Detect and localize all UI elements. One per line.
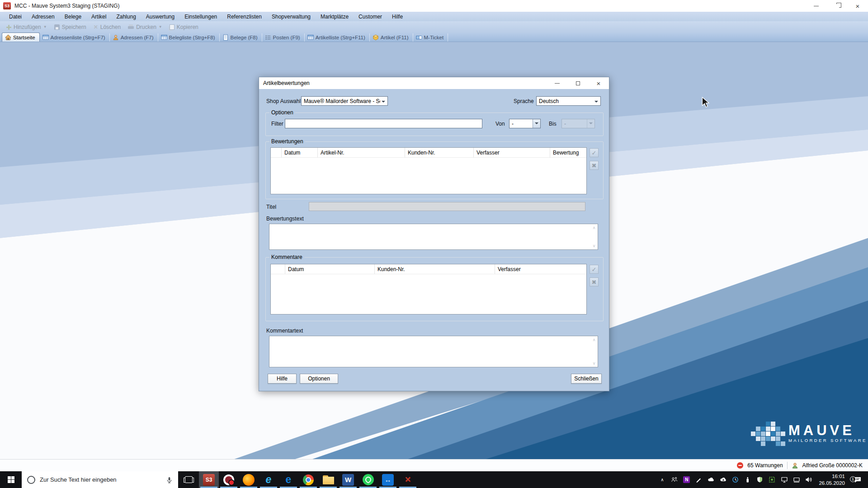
menu-item-artikel[interactable]: Artikel — [86, 14, 111, 20]
menu-item-shopverwaltung[interactable]: Shopverwaltung — [267, 14, 316, 20]
schliessen-button[interactable]: Schließen — [571, 374, 602, 384]
cloud-upload-icon[interactable] — [718, 476, 728, 483]
hilfe-button[interactable]: Hilfe — [268, 374, 297, 384]
menu-item-adressen[interactable]: Adressen — [27, 14, 60, 20]
taskbar-app-file-explorer[interactable] — [318, 471, 338, 488]
taskbar-search[interactable]: Zur Suche Text hier eingeben — [22, 471, 178, 488]
tab-posten[interactable]: Posten (F9) — [262, 33, 305, 42]
monitor-icon[interactable] — [779, 476, 789, 483]
tab-artikel[interactable]: Artikel (F11) — [370, 33, 413, 42]
bewertungstext-textarea[interactable] — [269, 224, 590, 249]
taskbar-app-firefox[interactable] — [239, 471, 259, 488]
tab-belege[interactable]: Belege (F8) — [220, 33, 262, 42]
column-header-datum[interactable]: Datum — [282, 148, 318, 158]
taskbar-app-word[interactable]: W — [338, 471, 358, 488]
usb-icon[interactable] — [742, 476, 753, 483]
approve-rating-button[interactable]: ✓ — [590, 148, 599, 157]
tab-adressen[interactable]: Adressen (F7) — [110, 33, 158, 42]
bis-dropdown[interactable]: - — [561, 119, 595, 128]
kommentare-group: Kommentare Datum Kunden-Nr. Verfasser ✓ … — [265, 257, 604, 321]
taskbar-app-mauve-s3[interactable]: S3 — [199, 471, 219, 488]
shop-auswahl-dropdown[interactable]: Mauve® Mailorder Software - Softwa — [301, 96, 388, 106]
dialog-maximize-button[interactable] — [567, 77, 588, 89]
logged-in-user[interactable]: Alfried Große 0000002-K — [802, 462, 863, 469]
save-button[interactable]: Speichern — [51, 22, 90, 32]
column-header-blank[interactable] — [271, 148, 282, 158]
remote-desktop-icon[interactable] — [791, 476, 802, 483]
optionen-button[interactable]: Optionen — [300, 374, 338, 384]
restore-button[interactable] — [826, 0, 847, 12]
menu-item-zahlung[interactable]: Zahlung — [111, 14, 141, 20]
sprache-dropdown[interactable]: Deutsch — [536, 96, 601, 106]
tab-m-ticket[interactable]: M-Ticket — [413, 33, 448, 42]
delete-comment-button[interactable]: ✖ — [590, 277, 599, 286]
clock-sync-icon[interactable] — [730, 476, 741, 483]
menu-item-belege[interactable]: Belege — [60, 14, 86, 20]
onenote-clipper-icon[interactable]: N — [681, 476, 692, 483]
taskbar-app-whatsapp[interactable] — [358, 471, 378, 488]
taskbar-app-media-player[interactable] — [219, 471, 239, 488]
column-header-verfasser[interactable]: Verfasser — [495, 264, 586, 274]
dialog-close-button[interactable]: × — [588, 77, 609, 89]
delete-button[interactable]: ✕ Löschen — [90, 22, 124, 32]
menu-item-auswertung[interactable]: Auswertung — [141, 14, 179, 20]
notification-center-button[interactable]: 1 — [850, 476, 865, 483]
approve-comment-button[interactable]: ✓ — [590, 265, 599, 274]
von-dropdown[interactable]: - — [509, 119, 541, 128]
column-header-datum[interactable]: Datum — [285, 264, 375, 274]
add-button[interactable]: Hinzufügen ▼ — [2, 22, 51, 32]
column-header-artikel-nr[interactable]: Artikel-Nr. — [318, 148, 405, 158]
kommentartext-textarea[interactable] — [269, 336, 590, 367]
menu-item-referenzlisten[interactable]: Referenzlisten — [222, 14, 267, 20]
scroll-up-icon[interactable]: ∧ — [593, 225, 596, 230]
people-icon[interactable] — [669, 476, 679, 483]
taskbar-app-chrome[interactable] — [298, 471, 318, 488]
taskbar-app-edge[interactable]: e — [278, 471, 298, 488]
menu-item-customer[interactable]: Customer — [354, 14, 387, 20]
clock-date: 26.05.2020 — [819, 480, 845, 487]
menu-item-datei[interactable]: Datei — [4, 14, 27, 20]
dialog-minimize-button[interactable] — [547, 77, 567, 89]
dropdown-button[interactable] — [533, 119, 540, 128]
speaker-icon[interactable] — [803, 476, 814, 483]
column-header-bewertung[interactable]: Bewertung — [550, 148, 586, 158]
column-header-blank[interactable] — [271, 264, 285, 274]
menu-item-marktplaetze[interactable]: Marktplätze — [316, 14, 354, 20]
kommentare-table[interactable]: Datum Kunden-Nr. Verfasser — [270, 264, 587, 314]
cloud-icon[interactable] — [706, 476, 716, 483]
taskbar-app-teamviewer[interactable]: ↔ — [378, 471, 398, 488]
tab-startseite[interactable]: Startseite — [2, 33, 40, 42]
warnings-count[interactable]: 65 Warnungen — [747, 462, 783, 469]
copy-button[interactable]: Kopieren — [166, 22, 202, 32]
tab-adressenliste[interactable]: Adressenliste (Strg+F7) — [40, 33, 110, 42]
taskbar-clock[interactable]: 16:01 26.05.2020 — [819, 473, 845, 487]
pen-icon[interactable] — [693, 476, 704, 483]
titel-input[interactable] — [309, 202, 585, 211]
tab-belegliste[interactable]: Belegliste (Strg+F8) — [158, 33, 220, 42]
close-button[interactable]: × — [847, 0, 868, 12]
hidden-icons-chevron[interactable]: ∧ — [657, 477, 667, 482]
bewertungen-table[interactable]: Datum Artikel-Nr. Kunden-Nr. Verfasser B… — [270, 147, 587, 194]
delete-rating-button[interactable]: ✖ — [590, 161, 599, 170]
start-button[interactable] — [0, 471, 22, 488]
scrollbar[interactable]: ∧∨ — [590, 336, 598, 367]
filter-input[interactable] — [285, 119, 482, 128]
print-button[interactable]: Drucken ▼ — [124, 22, 166, 32]
taskbar-app-internet-explorer[interactable]: e — [259, 471, 278, 488]
menu-item-hilfe[interactable]: Hilfe — [387, 14, 408, 20]
network-grid-icon[interactable] — [767, 476, 777, 483]
minimize-button[interactable] — [806, 0, 826, 12]
tab-artikelliste[interactable]: Artikelliste (Strg+F11) — [305, 33, 370, 42]
scroll-down-icon[interactable]: ∨ — [593, 244, 596, 248]
defender-shield-icon[interactable] — [755, 476, 765, 483]
scrollbar[interactable]: ∧∨ — [590, 224, 598, 249]
scroll-up-icon[interactable]: ∧ — [593, 338, 596, 342]
taskbar-app-red[interactable]: ✕ — [398, 471, 418, 488]
column-header-verfasser[interactable]: Verfasser — [474, 148, 550, 158]
task-view-button[interactable] — [178, 471, 199, 488]
column-header-kunden-nr[interactable]: Kunden-Nr. — [375, 264, 495, 274]
scroll-down-icon[interactable]: ∨ — [593, 361, 596, 366]
menu-item-einstellungen[interactable]: Einstellungen — [179, 14, 222, 20]
microphone-icon[interactable] — [166, 476, 173, 483]
column-header-kunden-nr[interactable]: Kunden-Nr. — [405, 148, 474, 158]
